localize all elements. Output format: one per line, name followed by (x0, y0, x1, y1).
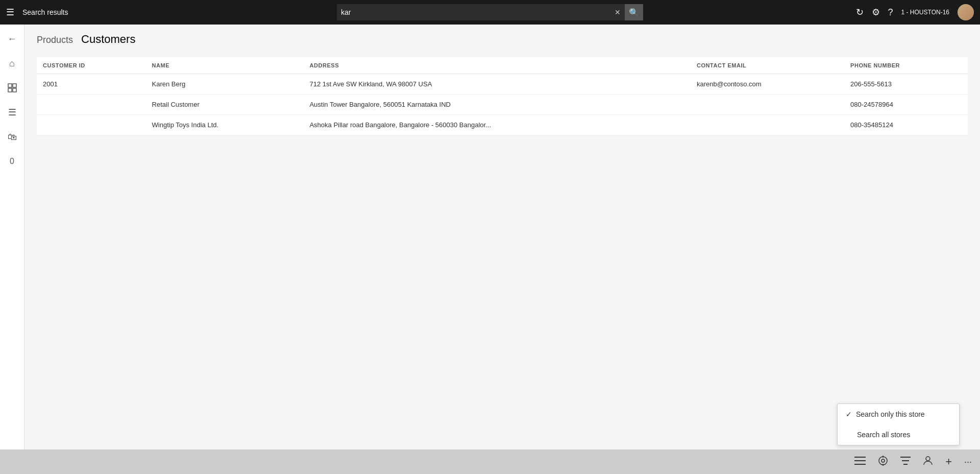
svg-rect-2 (8, 88, 12, 92)
col-address: ADDRESS (303, 57, 691, 74)
svg-rect-0 (8, 84, 12, 87)
sidebar-products-icon[interactable] (2, 78, 22, 98)
table-row[interactable]: Retail CustomerAustin Tower Bangalore, 5… (37, 94, 968, 115)
cell-phone: 206-555-5613 (844, 74, 968, 94)
sidebar: ← ⌂ ☰ 🛍 0 (0, 25, 24, 449)
sidebar-home-icon[interactable]: ⌂ (2, 53, 22, 74)
no-check-spacer (846, 431, 853, 439)
svg-point-14 (926, 457, 930, 461)
avatar-image (958, 4, 974, 20)
clear-search-icon[interactable]: ✕ (610, 8, 625, 16)
table-row[interactable]: Wingtip Toys India Ltd.Ashoka Pillar roa… (37, 115, 968, 135)
customers-table: CUSTOMER ID NAME ADDRESS CONTACT EMAIL P… (37, 57, 968, 135)
bottom-target-icon[interactable] (878, 456, 888, 468)
refresh-icon[interactable]: ↻ (856, 7, 864, 18)
cell-customer_id: 2001 (37, 74, 146, 94)
table-header-row: CUSTOMER ID NAME ADDRESS CONTACT EMAIL P… (37, 57, 968, 74)
col-customer-id: CUSTOMER ID (37, 57, 146, 74)
cell-customer_id (37, 94, 146, 115)
help-icon[interactable]: ? (888, 7, 893, 18)
cell-name: Wingtip Toys India Ltd. (146, 115, 304, 135)
settings-icon[interactable]: ⚙ (872, 7, 880, 18)
tab-products[interactable]: Products (37, 35, 73, 48)
cell-phone: 080-35485124 (844, 115, 968, 135)
cell-email (691, 94, 844, 115)
svg-rect-1 (13, 84, 16, 87)
table-row[interactable]: 2001Karen Berg712 1st Ave SW Kirkland, W… (37, 74, 968, 94)
bottom-user-icon[interactable] (923, 456, 933, 468)
store-label: 1 - HOUSTON-16 (901, 9, 949, 16)
cell-email (691, 115, 844, 135)
col-phone: PHONE NUMBER (844, 57, 968, 74)
cell-name: Karen Berg (146, 74, 304, 94)
bottom-more-icon[interactable]: ··· (964, 457, 972, 467)
svg-rect-3 (13, 88, 16, 92)
col-email: CONTACT EMAIL (691, 57, 844, 74)
search-scope-dropdown: ✓ Search only this store Search all stor… (837, 404, 960, 445)
main-layout: ← ⌂ ☰ 🛍 0 Products Customers CUSTOMER ID (0, 25, 980, 449)
sidebar-zero-icon[interactable]: 0 (2, 151, 22, 172)
avatar[interactable] (958, 4, 974, 20)
search-box: ✕ 🔍 (337, 4, 643, 20)
store-info: 1 - HOUSTON-16 (901, 9, 949, 16)
sidebar-orders-icon[interactable]: 🛍 (2, 127, 22, 147)
sidebar-menu-icon[interactable]: ☰ (2, 102, 22, 123)
cell-address: 712 1st Ave SW Kirkland, WA 98007 USA (303, 74, 691, 94)
tabs: Products Customers (37, 33, 968, 49)
svg-point-7 (879, 457, 887, 465)
cell-address: Austin Tower Bangalore, 560051 Karnataka… (303, 94, 691, 115)
bottom-bar: + ··· (0, 449, 980, 474)
search-input[interactable] (337, 8, 610, 16)
search-only-this-store-option[interactable]: ✓ Search only this store (838, 404, 959, 424)
col-name: NAME (146, 57, 304, 74)
top-bar-right: ↻ ⚙ ? 1 - HOUSTON-16 (856, 4, 974, 20)
search-all-stores-label: Search all stores (857, 431, 910, 439)
cell-email: karenb@contoso.com (691, 74, 844, 94)
hamburger-icon[interactable]: ☰ (6, 7, 14, 18)
tab-customers[interactable]: Customers (81, 33, 135, 49)
bottom-add-icon[interactable]: + (945, 455, 952, 468)
bottom-filter-icon[interactable] (900, 456, 911, 468)
cell-phone: 080-24578964 (844, 94, 968, 115)
page-title: Search results (22, 8, 68, 16)
content-area: Products Customers CUSTOMER ID NAME ADDR… (24, 25, 980, 449)
search-only-this-store-label: Search only this store (856, 410, 925, 418)
svg-point-8 (881, 459, 885, 462)
cell-name: Retail Customer (146, 94, 304, 115)
bottom-list-icon[interactable] (854, 456, 866, 468)
search-all-stores-option[interactable]: Search all stores (838, 424, 959, 445)
top-bar: ☰ Search results ✕ 🔍 ↻ ⚙ ? 1 - HOUSTON-1… (0, 0, 980, 25)
cell-customer_id (37, 115, 146, 135)
sidebar-back-icon[interactable]: ← (2, 29, 22, 49)
search-submit-icon[interactable]: 🔍 (625, 4, 643, 20)
cell-address: Ashoka Pillar road Bangalore, Bangalore … (303, 115, 691, 135)
check-icon: ✓ (846, 410, 852, 418)
